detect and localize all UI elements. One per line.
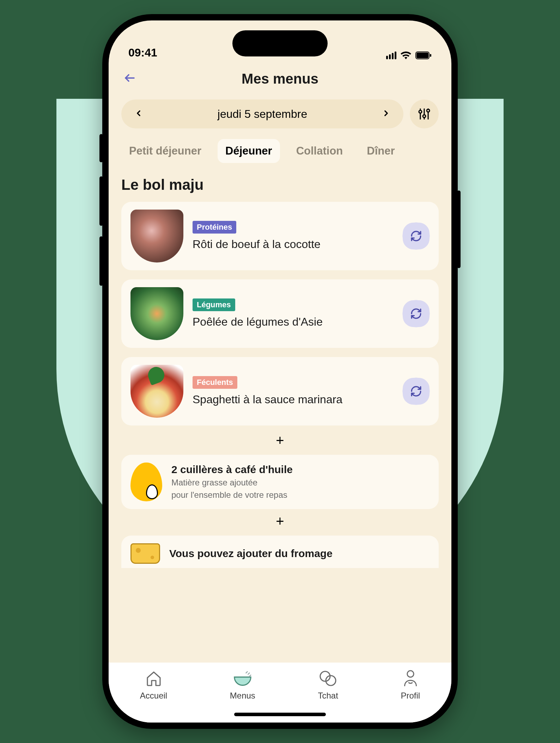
swap-button[interactable]	[403, 378, 430, 405]
refresh-icon	[410, 385, 422, 397]
phone-side-button	[457, 191, 461, 268]
oil-subtitle-2: pour l'ensemble de votre repas	[171, 489, 293, 500]
tab-diner[interactable]: Dîner	[359, 139, 402, 163]
nav-profil[interactable]: Profil	[401, 669, 420, 701]
date-next-button[interactable]	[382, 109, 391, 119]
food-card-feculents[interactable]: Féculents Spaghetti à la sauce marinara	[121, 357, 439, 425]
plus-icon: +	[276, 433, 284, 448]
food-card-legumes[interactable]: Légumes Poêlée de légumes d'Asie	[121, 279, 439, 348]
date-label: jeudi 5 septembre	[218, 108, 307, 121]
refresh-icon	[410, 230, 422, 242]
profile-icon	[403, 669, 418, 688]
phone-side-button	[99, 236, 103, 286]
tab-dejeuner[interactable]: Déjeuner	[218, 139, 280, 163]
cheese-info-card[interactable]: Vous pouvez ajouter du fromage	[121, 536, 439, 568]
oil-info-card[interactable]: 2 cuillères à café d'huile Matière grass…	[121, 455, 439, 509]
phone-frame: 09:41 Mes menus	[102, 14, 458, 729]
cheese-title: Vous pouvez ajouter du fromage	[169, 548, 333, 560]
oil-drop-icon	[130, 463, 162, 501]
arrow-left-icon	[123, 72, 136, 84]
nav-label: Profil	[401, 691, 420, 701]
swap-button[interactable]	[403, 300, 430, 327]
svg-point-9	[427, 109, 430, 112]
nav-tchat[interactable]: Tchat	[318, 669, 338, 701]
nav-label: Accueil	[140, 691, 167, 701]
section-title: Le bol maju	[121, 176, 439, 193]
food-title: Poêlée de légumes d'Asie	[193, 315, 394, 329]
food-card-body: Féculents Spaghetti à la sauce marinara	[193, 376, 394, 406]
nav-accueil[interactable]: Accueil	[140, 669, 167, 701]
home-indicator	[234, 713, 326, 716]
dynamic-island	[232, 30, 328, 56]
category-badge: Légumes	[193, 298, 235, 311]
app-header: Mes menus	[109, 63, 451, 95]
svg-point-5	[419, 110, 422, 113]
add-item-button[interactable]: +	[121, 433, 439, 448]
svg-rect-2	[430, 54, 431, 57]
phone-side-button	[99, 176, 103, 226]
phone-side-button	[99, 134, 103, 162]
chat-icon	[319, 669, 337, 688]
bottom-nav: Accueil Menus Tchat	[109, 663, 451, 723]
food-title: Rôti de boeuf à la cocotte	[193, 237, 394, 251]
status-icons	[386, 52, 432, 59]
date-prev-button[interactable]	[134, 109, 143, 119]
date-picker[interactable]: jeudi 5 septembre	[121, 99, 403, 128]
tab-petit-dejeuner[interactable]: Petit déjeuner	[121, 139, 209, 163]
battery-icon	[415, 52, 432, 59]
food-image	[130, 365, 183, 418]
cellular-icon	[386, 52, 396, 59]
chevron-right-icon	[382, 109, 391, 118]
svg-point-12	[407, 671, 414, 677]
chevron-left-icon	[134, 109, 143, 118]
status-time: 09:41	[128, 46, 157, 59]
oil-title: 2 cuillères à café d'huile	[171, 464, 293, 476]
food-card-body: Protéines Rôti de boeuf à la cocotte	[193, 221, 394, 251]
food-card-proteines[interactable]: Protéines Rôti de boeuf à la cocotte	[121, 202, 439, 270]
sliders-icon	[418, 107, 431, 121]
wifi-icon	[401, 52, 411, 59]
back-button[interactable]	[123, 72, 136, 86]
oil-subtitle-1: Matière grasse ajoutée	[171, 477, 293, 488]
info-card-body: 2 cuillères à café d'huile Matière grass…	[171, 464, 293, 500]
swap-button[interactable]	[403, 223, 430, 249]
tab-collation[interactable]: Collation	[288, 139, 351, 163]
food-image	[130, 210, 183, 262]
phone-screen: 09:41 Mes menus	[109, 20, 451, 723]
menu-content[interactable]: Le bol maju Protéines Rôti de boeuf à la…	[109, 163, 451, 663]
cheese-icon	[130, 543, 160, 564]
meal-tabs: Petit déjeuner Déjeuner Collation Dîner	[109, 128, 451, 163]
food-image	[130, 287, 183, 340]
category-badge: Féculents	[193, 376, 237, 389]
category-badge: Protéines	[193, 221, 236, 234]
date-row: jeudi 5 septembre	[109, 95, 451, 128]
plus-icon: +	[276, 513, 284, 529]
home-icon	[145, 669, 162, 688]
food-title: Spaghetti à la sauce marinara	[193, 392, 394, 406]
svg-rect-1	[416, 53, 428, 58]
svg-point-7	[423, 115, 426, 117]
add-item-button[interactable]: +	[121, 513, 439, 529]
nav-menus[interactable]: Menus	[230, 669, 255, 701]
page-title: Mes menus	[242, 71, 318, 87]
food-card-body: Légumes Poêlée de légumes d'Asie	[193, 298, 394, 329]
bowl-icon	[232, 669, 253, 688]
nav-label: Menus	[230, 691, 255, 701]
refresh-icon	[410, 308, 422, 320]
nav-label: Tchat	[318, 691, 338, 701]
filters-button[interactable]	[410, 99, 439, 128]
